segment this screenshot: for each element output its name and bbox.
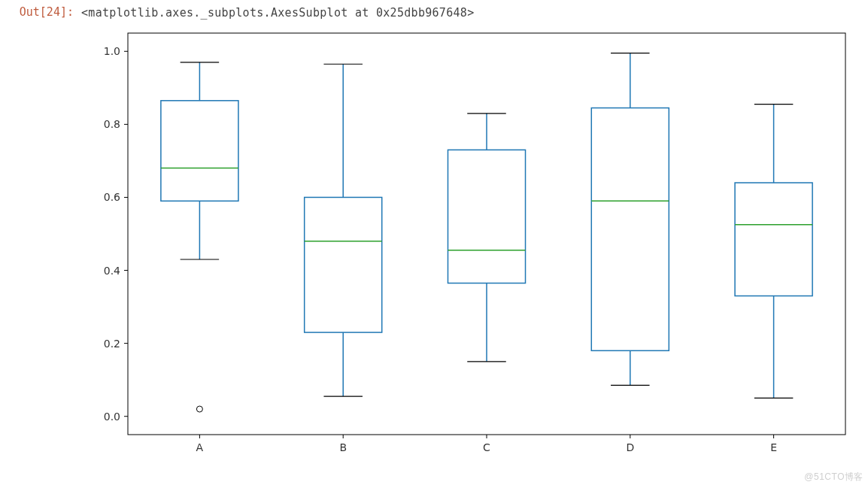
x-tick-label: C: [483, 441, 490, 453]
box-D: [591, 108, 669, 351]
output-cell: Out[24]: <matplotlib.axes._subplots.Axes…: [0, 0, 868, 488]
box-B: [305, 197, 382, 332]
box-A: [161, 101, 238, 202]
x-tick-label: E: [770, 441, 777, 453]
box-E: [735, 183, 812, 296]
x-tick-label: A: [196, 441, 204, 453]
boxplot-figure: 0.00.20.40.60.81.0ABCDE: [81, 24, 854, 466]
output-prompt: Out[24]:: [6, 5, 81, 488]
flier-A-0: [196, 406, 202, 412]
x-tick-label: D: [626, 441, 634, 453]
axes-frame: [128, 33, 845, 435]
y-tick-label: 0.6: [104, 191, 120, 203]
boxplot-svg: 0.00.20.40.60.81.0ABCDE: [81, 24, 854, 466]
y-tick-label: 0.0: [104, 411, 120, 423]
y-tick-label: 1.0: [104, 45, 120, 57]
y-tick-label: 0.8: [104, 118, 120, 130]
repr-text: <matplotlib.axes._subplots.AxesSubplot a…: [81, 6, 862, 20]
y-tick-label: 0.2: [104, 338, 120, 350]
output-area: <matplotlib.axes._subplots.AxesSubplot a…: [81, 5, 862, 488]
box-C: [448, 150, 525, 283]
x-tick-label: B: [339, 441, 347, 453]
y-tick-label: 0.4: [104, 265, 120, 277]
